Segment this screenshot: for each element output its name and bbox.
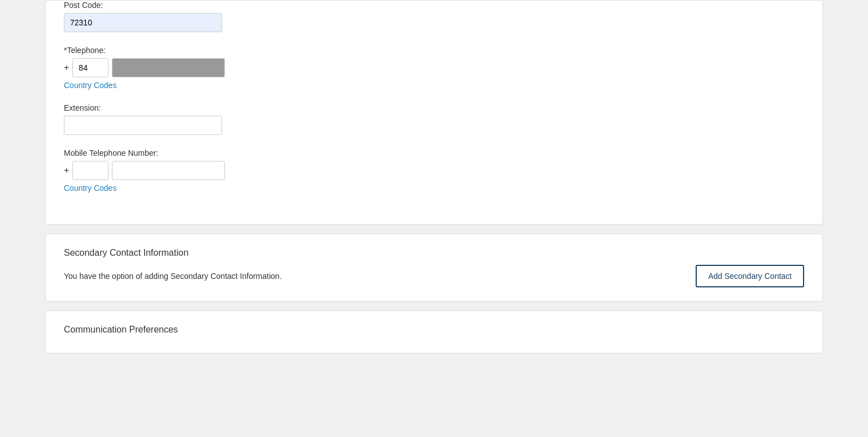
- secondary-contact-description: You have the option of adding Secondary …: [64, 272, 282, 281]
- extension-field-group: Extension:: [64, 103, 804, 135]
- secondary-contact-title: Secondary Contact Information: [64, 248, 804, 258]
- mobile-field-group: Mobile Telephone Number: + Country Codes: [64, 148, 804, 193]
- communication-preferences-card: Communication Preferences: [45, 311, 823, 353]
- telephone-plus-symbol: +: [64, 63, 69, 73]
- mobile-row: +: [64, 161, 804, 180]
- communication-preferences-title: Communication Preferences: [64, 325, 804, 335]
- telephone-field-group: *Telephone: + Country Codes: [64, 46, 804, 90]
- postcode-input[interactable]: [64, 13, 222, 32]
- telephone-country-codes-link[interactable]: Country Codes: [64, 81, 116, 90]
- mobile-label: Mobile Telephone Number:: [64, 148, 804, 158]
- telephone-number-input[interactable]: [112, 58, 225, 77]
- telephone-label: *Telephone:: [64, 46, 804, 55]
- mobile-country-codes-link[interactable]: Country Codes: [64, 183, 116, 193]
- telephone-row: +: [64, 58, 804, 77]
- postcode-field-group: Post Code:: [64, 1, 804, 32]
- top-form-card: Post Code: *Telephone: + Country Codes E…: [45, 0, 823, 225]
- postcode-label: Post Code:: [64, 1, 804, 10]
- secondary-contact-body: You have the option of adding Secondary …: [64, 265, 804, 287]
- secondary-contact-card: Secondary Contact Information You have t…: [45, 234, 823, 301]
- mobile-number-input[interactable]: [112, 161, 225, 180]
- extension-label: Extension:: [64, 103, 804, 112]
- add-secondary-contact-button[interactable]: Add Secondary Contact: [696, 265, 804, 287]
- mobile-plus-symbol: +: [64, 165, 69, 176]
- extension-input[interactable]: [64, 116, 222, 135]
- telephone-country-code-input[interactable]: [72, 58, 108, 77]
- mobile-country-code-input[interactable]: [72, 161, 108, 180]
